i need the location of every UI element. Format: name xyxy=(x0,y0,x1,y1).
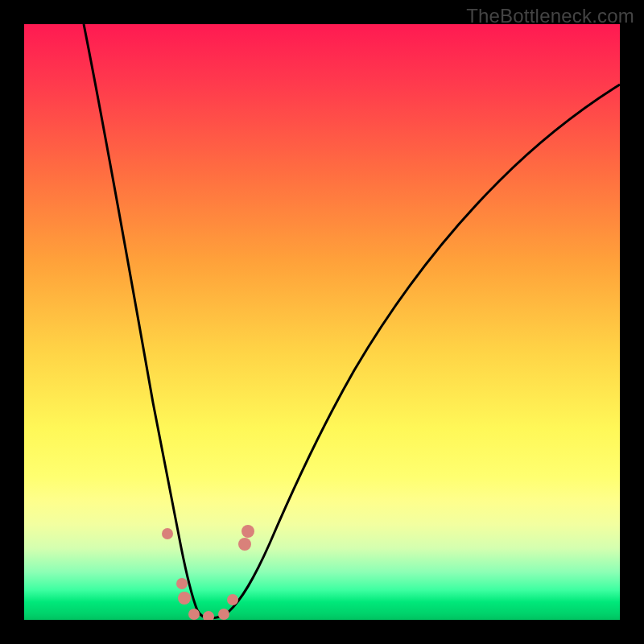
curve-marker xyxy=(188,609,200,620)
curve-marker xyxy=(162,528,173,539)
curve-marker xyxy=(227,594,238,605)
chart-frame: TheBottleneck.com xyxy=(0,0,644,644)
bottleneck-curve xyxy=(84,24,620,618)
curve-marker xyxy=(238,538,251,551)
marker-group xyxy=(162,525,254,620)
bottleneck-curve-svg xyxy=(24,24,620,620)
plot-area xyxy=(24,24,620,620)
attribution-text: TheBottleneck.com xyxy=(466,5,634,27)
curve-marker xyxy=(203,611,214,620)
curve-marker xyxy=(218,609,229,620)
curve-marker xyxy=(242,525,254,538)
curve-marker xyxy=(178,592,191,605)
curve-marker xyxy=(176,578,188,589)
